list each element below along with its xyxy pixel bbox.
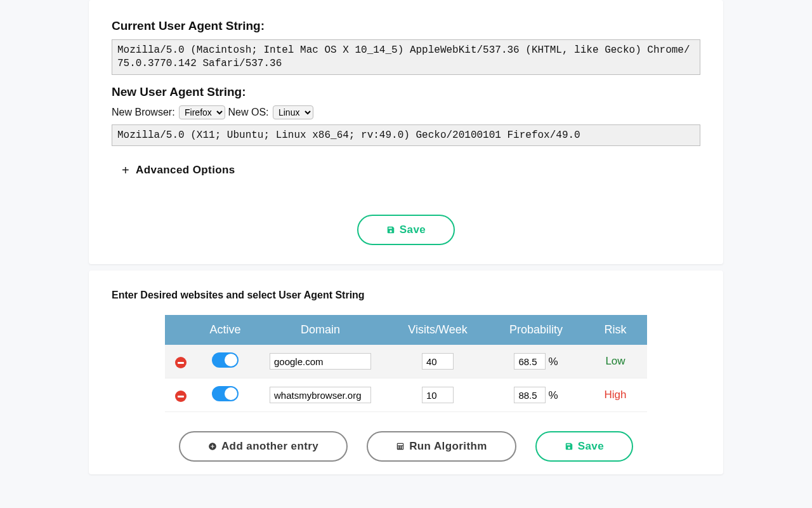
percent-label: % — [548, 389, 558, 401]
col-active: Active — [197, 315, 254, 345]
browser-select[interactable]: Firefox — [179, 105, 225, 119]
os-label: New OS: — [228, 107, 268, 117]
table-row: %High — [165, 378, 647, 412]
col-domain: Domain — [254, 315, 387, 345]
new-ua-heading: New User Agent String: — [112, 85, 700, 99]
calculator-icon — [396, 442, 405, 451]
active-toggle[interactable] — [212, 352, 239, 368]
col-visits: Visits/Week — [387, 315, 488, 345]
percent-label: % — [548, 356, 558, 368]
save-icon — [386, 225, 395, 234]
active-toggle[interactable] — [212, 386, 239, 401]
advanced-options-toggle[interactable]: + Advanced Options — [112, 164, 700, 177]
col-risk: Risk — [584, 315, 647, 345]
plus-circle-icon — [208, 442, 217, 451]
run-algorithm-button[interactable]: Run Algorithm — [367, 431, 516, 462]
current-ua-heading: Current User Agent String: — [112, 19, 700, 33]
probability-input[interactable] — [514, 387, 546, 403]
current-ua-value: Mozilla/5.0 (Macintosh; Intel Mac OS X 1… — [112, 39, 700, 75]
table-header: Active Domain Visits/Week Probability Ri… — [165, 315, 647, 345]
save-button-2[interactable]: Save — [535, 431, 633, 462]
ua-selectors: New Browser: Firefox New OS: Linux — [112, 105, 700, 119]
os-select[interactable]: Linux — [273, 105, 313, 119]
risk-value: Low — [605, 355, 625, 367]
domain-input[interactable] — [270, 353, 371, 370]
save-icon — [565, 442, 573, 451]
new-ua-value: Mozilla/5.0 (X11; Ubuntu; Linux x86_64; … — [112, 124, 700, 147]
user-agent-card: Current User Agent String: Mozilla/5.0 (… — [89, 0, 723, 264]
visits-input[interactable] — [422, 353, 454, 370]
websites-card: Enter Desired websites and select User A… — [89, 271, 723, 474]
col-probability: Probability — [488, 315, 584, 345]
add-entry-button[interactable]: Add another entry — [179, 431, 348, 462]
websites-title: Enter Desired websites and select User A… — [112, 290, 700, 301]
risk-value: High — [605, 389, 627, 401]
advanced-options-label: Advanced Options — [136, 164, 235, 177]
plus-icon: + — [122, 164, 129, 177]
remove-icon[interactable] — [175, 391, 187, 402]
websites-table: Active Domain Visits/Week Probability Ri… — [165, 315, 647, 412]
table-row: %Low — [165, 345, 647, 378]
visits-input[interactable] — [422, 387, 454, 403]
browser-label: New Browser: — [112, 107, 175, 117]
remove-icon[interactable] — [175, 357, 187, 368]
domain-input[interactable] — [270, 387, 371, 403]
save-button[interactable]: Save — [357, 215, 455, 245]
probability-input[interactable] — [514, 353, 546, 370]
